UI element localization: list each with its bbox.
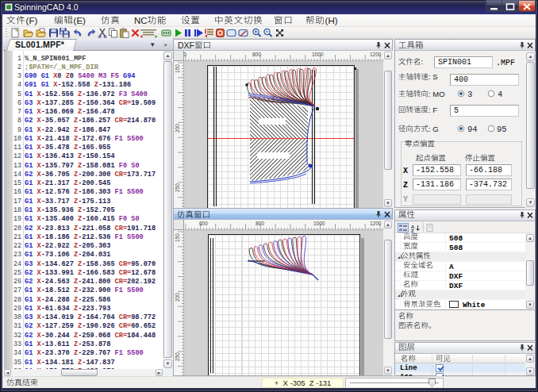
svg-text:1000: 1000 bbox=[313, 221, 325, 226]
svg-text:1200: 1200 bbox=[370, 221, 382, 226]
svg-text:800: 800 bbox=[256, 221, 264, 226]
svg-text:150: 150 bbox=[175, 64, 180, 73]
svg-text:250: 250 bbox=[175, 352, 180, 361]
svg-text:200: 200 bbox=[175, 293, 180, 302]
svg-text:800: 800 bbox=[252, 52, 261, 57]
svg-text:600: 600 bbox=[199, 221, 208, 226]
svg-text:600: 600 bbox=[184, 52, 186, 57]
svg-text:150: 150 bbox=[175, 233, 180, 242]
svg-text:1000: 1000 bbox=[312, 52, 324, 57]
svg-text:250: 250 bbox=[175, 183, 180, 192]
svg-text:1200: 1200 bbox=[370, 52, 382, 57]
svg-text:200: 200 bbox=[175, 124, 180, 133]
svg-text:Z: Z bbox=[411, 229, 414, 233]
